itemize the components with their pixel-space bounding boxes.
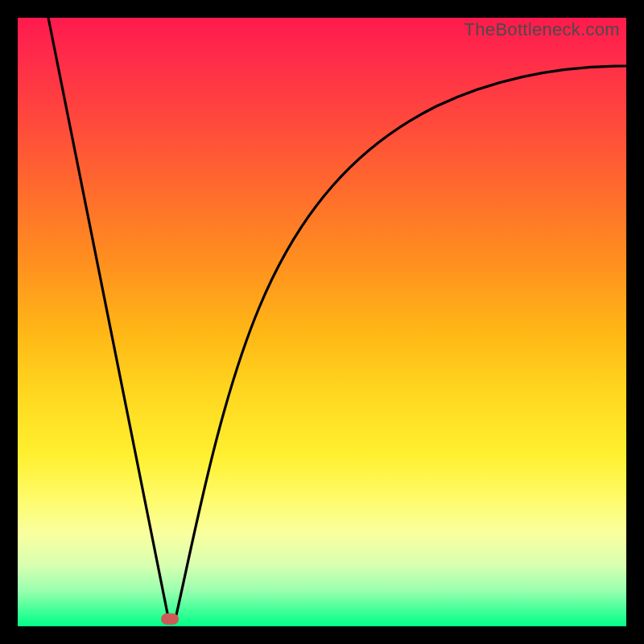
optimal-point-marker (161, 613, 179, 625)
chart-plot-area: TheBottleneck.com (18, 18, 626, 626)
curve-right-ascent (176, 66, 626, 615)
curve-left-descent (48, 18, 167, 613)
chart-frame: TheBottleneck.com (0, 0, 644, 644)
bottleneck-curve (18, 18, 626, 626)
